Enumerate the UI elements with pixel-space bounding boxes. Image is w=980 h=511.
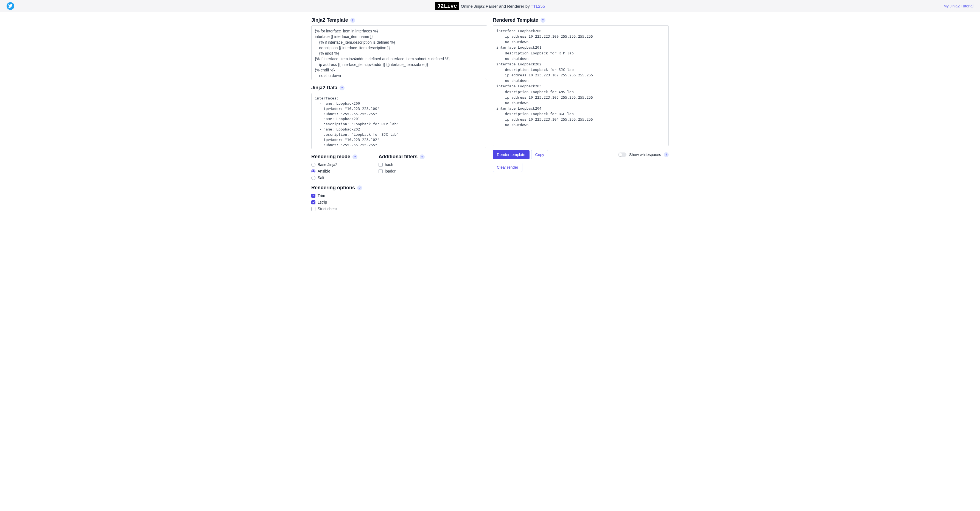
filters-title: Additional filters (379, 154, 418, 160)
data-input[interactable] (311, 93, 487, 149)
help-icon[interactable]: ? (541, 18, 546, 23)
checkbox-label: Strict check (318, 207, 337, 211)
checkmark-icon (311, 194, 315, 198)
tutorial-link[interactable]: My Jinja2 Tutorial (943, 4, 974, 8)
logo: J2Live (435, 2, 459, 10)
template-title: Jinja2 Template (311, 17, 348, 23)
checkbox-hash[interactable]: hash (379, 162, 425, 167)
radio-ansible[interactable]: Ansible (311, 169, 362, 173)
help-icon[interactable]: ? (350, 18, 355, 23)
radio-base-jinja2[interactable]: Base Jinja2 (311, 162, 362, 167)
checkbox-label: Trim (318, 193, 325, 198)
data-title: Jinja2 Data (311, 85, 337, 91)
help-icon[interactable]: ? (420, 154, 425, 159)
clear-button[interactable]: Clear render (493, 163, 522, 172)
tagline: Online Jinja2 Parser and Renderer by TTL… (461, 4, 545, 8)
show-whitespace-label: Show whitespaces (629, 152, 661, 157)
checkmark-icon (379, 169, 383, 173)
checkmark-icon (379, 163, 383, 167)
radio-salt[interactable]: Salt (311, 176, 362, 180)
checkbox-label: hash (385, 162, 393, 167)
template-input[interactable] (311, 25, 487, 80)
checkbox-label: Lstrip (318, 200, 327, 204)
show-whitespace-toggle[interactable] (618, 152, 627, 157)
checkmark-icon (311, 200, 315, 204)
help-icon[interactable]: ? (340, 85, 345, 90)
rendering-options-title: Rendering options (311, 185, 355, 191)
help-icon[interactable]: ? (664, 152, 669, 157)
radio-label: Salt (318, 176, 324, 180)
checkbox-ipaddr[interactable]: ipaddr (379, 169, 425, 173)
checkmark-icon (311, 207, 315, 211)
radio-icon (311, 176, 315, 180)
output-title: Rendered Template (493, 17, 538, 23)
checkbox-lstrip[interactable]: Lstrip (311, 200, 362, 204)
checkbox-trim[interactable]: Trim (311, 193, 362, 198)
rendering-mode-title: Rendering mode (311, 154, 350, 160)
radio-icon (311, 169, 315, 173)
checkbox-strict[interactable]: Strict check (311, 207, 362, 211)
ttl255-link[interactable]: TTL255 (531, 4, 545, 8)
radio-label: Ansible (318, 169, 330, 173)
radio-label: Base Jinja2 (318, 162, 337, 167)
output-box: interface Loopback200 ip address 10.223.… (493, 25, 669, 146)
copy-button[interactable]: Copy (531, 150, 549, 159)
help-icon[interactable]: ? (357, 185, 362, 190)
radio-icon (311, 163, 315, 167)
twitter-icon[interactable] (6, 2, 14, 10)
checkbox-label: ipaddr (385, 169, 396, 173)
render-button[interactable]: Render template (493, 150, 530, 159)
tagline-text: Online Jinja2 Parser and Renderer by (461, 4, 531, 8)
topbar: J2Live Online Jinja2 Parser and Renderer… (0, 0, 980, 12)
help-icon[interactable]: ? (352, 154, 357, 159)
